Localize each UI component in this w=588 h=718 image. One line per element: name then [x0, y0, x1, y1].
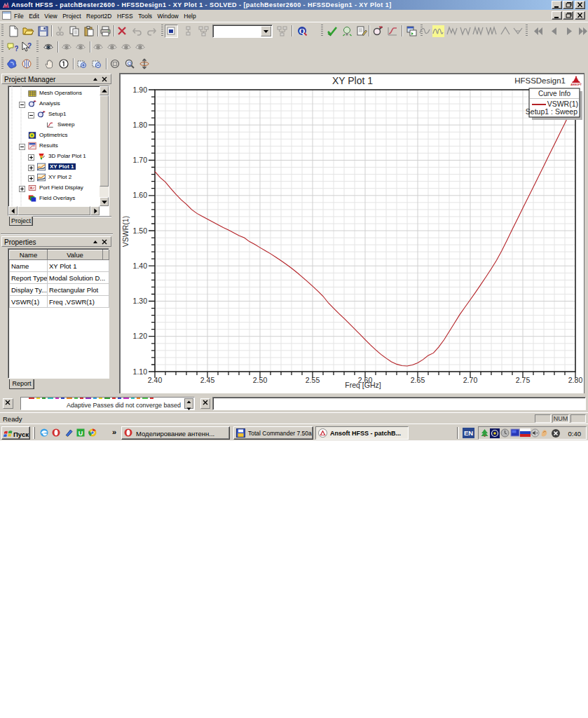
svg-text:2.80: 2.80 — [568, 376, 583, 384]
svg-text:1.10: 1.10 — [133, 367, 148, 376]
svg-text:2.70: 2.70 — [463, 376, 478, 384]
svg-text:1.20: 1.20 — [133, 332, 148, 340]
svg-text:ANSOFT: ANSOFT — [570, 83, 582, 86]
svg-text:1.60: 1.60 — [133, 191, 148, 199]
svg-text:1.30: 1.30 — [133, 297, 148, 305]
svg-text:XY Plot 1: XY Plot 1 — [332, 75, 373, 86]
svg-text:Q: Q — [128, 60, 132, 67]
svg-text:?: ? — [15, 45, 19, 53]
svg-text:Freq [GHz]: Freq [GHz] — [345, 381, 381, 389]
svg-text:HFSSDesign1: HFSSDesign1 — [514, 76, 566, 85]
svg-text:U: U — [78, 430, 83, 437]
svg-text:Setup1 : Sweep: Setup1 : Sweep — [526, 107, 577, 116]
svg-text:1.80: 1.80 — [133, 121, 148, 129]
svg-text:2.45: 2.45 — [200, 376, 215, 384]
svg-text:2.50: 2.50 — [253, 376, 268, 384]
svg-text:Curve Info: Curve Info — [538, 90, 571, 97]
svg-text:1.40: 1.40 — [133, 262, 148, 270]
svg-text:2.65: 2.65 — [411, 376, 425, 384]
svg-text:1.70: 1.70 — [133, 156, 148, 164]
svg-text:VSWR(1): VSWR(1) — [121, 216, 130, 247]
svg-text:?: ? — [27, 42, 32, 50]
svg-text:1.90: 1.90 — [133, 86, 148, 94]
svg-text:2.75: 2.75 — [516, 376, 531, 384]
svg-text:2.55: 2.55 — [306, 376, 320, 384]
svg-text:2.40: 2.40 — [148, 376, 163, 384]
svg-text:1.50: 1.50 — [133, 226, 148, 235]
